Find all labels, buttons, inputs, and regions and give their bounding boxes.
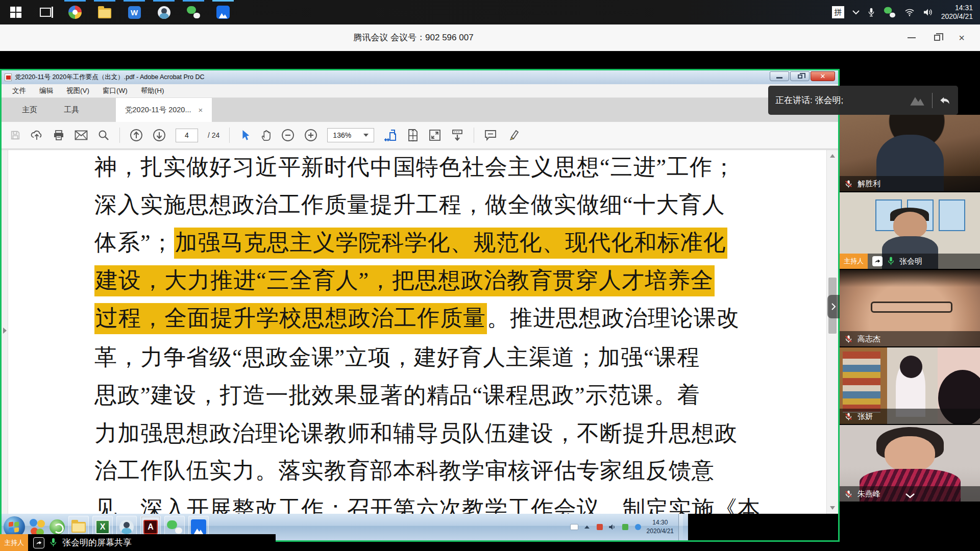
blue-tray-icon[interactable] <box>634 523 642 531</box>
microphone-tray-icon[interactable] <box>868 7 875 17</box>
thumbnail-panel-strip[interactable] <box>2 150 8 514</box>
wifi-icon[interactable] <box>904 8 915 16</box>
zoom-in-button[interactable] <box>304 129 317 142</box>
participant-tile-zhanghuiming[interactable]: 主持人 张会明 <box>840 192 980 269</box>
participant-tile-xieshengli[interactable]: 解胜利 <box>840 115 980 191</box>
wechat-icon <box>167 520 182 534</box>
pdf-document-area[interactable]: 神，扎实做好习近平新时代中国特色社会主义思想“三进”工作； 深入实施思想政治工作… <box>2 149 838 514</box>
page-number-input[interactable] <box>176 129 198 142</box>
taskbar-item-browser[interactable] <box>66 0 84 24</box>
close-button[interactable]: × <box>959 33 965 43</box>
menu-help[interactable]: 帮助(H) <box>134 86 171 95</box>
screen-share-status-bar: 主持人 张会明的屏幕共享 <box>0 534 276 551</box>
acrobat-icon: A <box>143 520 158 534</box>
tray-chevron-up-icon[interactable] <box>583 523 591 531</box>
panel-expand-icon[interactable] <box>3 328 7 334</box>
wechat-icon <box>187 6 200 18</box>
menu-view[interactable]: 视图(V) <box>60 86 96 95</box>
wechat-tray-icon[interactable] <box>884 7 895 17</box>
volume-tray-icon[interactable] <box>608 523 617 531</box>
fullscreen-button[interactable] <box>429 129 441 141</box>
excel-icon: X <box>95 520 110 534</box>
contacts-icon <box>158 6 170 19</box>
colorful-app-icon[interactable] <box>29 518 46 536</box>
pdf-text-line: 思政”建设，打造一批效果显著的精品“课程思政”示范课。着 <box>94 383 700 408</box>
shared-screen-region: 党2020-11号 2020年工作要点（出文）.pdf - Adobe Acro… <box>0 69 840 542</box>
muted-mic-icon <box>844 335 853 343</box>
share-document-button[interactable] <box>31 129 43 141</box>
tray-chevron-icon[interactable] <box>852 10 860 15</box>
tab-close-icon[interactable]: × <box>199 106 203 114</box>
scroll-down-icon[interactable] <box>830 506 835 510</box>
tab-document[interactable]: 党2020-11号 2020... × <box>116 98 212 122</box>
acrobat-minimize-button[interactable] <box>770 71 789 81</box>
share-status-text: 张会明的屏幕共享 <box>62 537 132 548</box>
fit-page-button[interactable] <box>407 129 419 142</box>
screen-share-icon <box>33 537 44 548</box>
select-tool-button[interactable] <box>239 129 251 141</box>
highlighter-button[interactable] <box>507 129 520 142</box>
comment-button[interactable] <box>484 129 497 141</box>
zoom-out-button[interactable] <box>281 129 295 142</box>
red-tray-icon[interactable] <box>596 523 604 531</box>
restore-button[interactable] <box>934 35 940 41</box>
acrobat-restore-button[interactable] <box>790 71 810 81</box>
host-badge: 主持人 <box>0 534 28 551</box>
volume-icon[interactable] <box>923 8 933 16</box>
vertical-scrollbar[interactable] <box>826 150 838 514</box>
tab-tools[interactable]: 工具 <box>51 98 92 122</box>
reply-arrow-icon[interactable] <box>939 95 951 106</box>
tencent-meeting-icon <box>191 519 206 535</box>
green-tray-icon[interactable] <box>621 523 629 531</box>
pdf-text-line: 治工作队伍实力。落实教育部本科教学审核评估专家组反馈意 <box>94 459 715 483</box>
win7-clock-time: 14:30 <box>647 518 674 527</box>
taskbar-item-tencent-meeting[interactable] <box>214 0 232 24</box>
win7-clock[interactable]: 14:30 2020/4/21 <box>647 518 674 536</box>
active-mic-icon <box>887 257 895 266</box>
participant-tile-zhuyanfeng[interactable]: 朱燕峰 <box>840 425 980 502</box>
menu-file[interactable]: 文件 <box>6 86 33 95</box>
menu-window[interactable]: 窗口(W) <box>96 86 134 95</box>
fit-width-button[interactable] <box>384 129 397 142</box>
browser-icon <box>68 6 82 19</box>
chevron-down-icon <box>363 134 369 137</box>
hand-tool-button[interactable] <box>260 129 272 141</box>
print-button[interactable] <box>53 129 65 141</box>
ime-indicator[interactable]: 拼 <box>832 6 844 18</box>
participant-tile-gaozhijie[interactable]: 高志杰 <box>840 270 980 346</box>
participant-tile-zhangyan[interactable]: 张妍 <box>840 347 980 424</box>
tab-home[interactable]: 主页 <box>9 98 51 122</box>
taskbar-item-explorer[interactable] <box>96 0 113 24</box>
taskbar-item-wechat[interactable] <box>185 0 202 24</box>
save-button[interactable] <box>10 130 21 141</box>
minimize-button[interactable] <box>908 37 916 38</box>
sidebar-collapse-handle[interactable] <box>827 295 840 318</box>
pdf-text-line: 见，深入开展整改工作；召开第六次教学工作会议，制定实施《本 <box>94 497 761 514</box>
taskbar-item-wps[interactable]: W <box>126 0 143 24</box>
acrobat-toolbar: / 24 136% <box>2 122 838 149</box>
zoom-level-select[interactable]: 136% <box>327 128 374 142</box>
active-mic-icon <box>50 538 57 547</box>
keyboard-tray-icon[interactable] <box>570 523 578 531</box>
file-explorer-icon <box>71 522 86 533</box>
system-clock[interactable]: 14:31 2020/4/21 <box>941 4 973 21</box>
acrobat-close-button[interactable]: ✕ <box>811 71 835 81</box>
show-desktop-button[interactable] <box>678 514 683 540</box>
participant-label: 主持人 张会明 <box>840 254 980 269</box>
previous-page-button[interactable] <box>130 129 143 142</box>
acrobat-window: 党2020-11号 2020年工作要点（出文）.pdf - Adobe Acro… <box>2 70 838 514</box>
taskbar-item-contacts[interactable] <box>155 0 173 24</box>
scroll-up-icon[interactable] <box>830 154 835 158</box>
chevron-down-icon[interactable] <box>905 493 915 498</box>
start-button[interactable] <box>7 0 24 24</box>
scrolling-mode-button[interactable] <box>451 129 464 142</box>
next-page-button[interactable] <box>153 129 166 142</box>
menu-edit[interactable]: 编辑 <box>33 86 60 95</box>
participant-name: 张妍 <box>857 412 873 421</box>
search-button[interactable] <box>97 129 110 141</box>
muted-mic-icon <box>844 412 853 421</box>
task-view-button[interactable] <box>37 0 54 24</box>
browser-360-icon[interactable] <box>50 519 65 535</box>
email-button[interactable] <box>75 130 88 140</box>
acrobat-titlebar[interactable]: 党2020-11号 2020年工作要点（出文）.pdf - Adobe Acro… <box>2 70 838 84</box>
